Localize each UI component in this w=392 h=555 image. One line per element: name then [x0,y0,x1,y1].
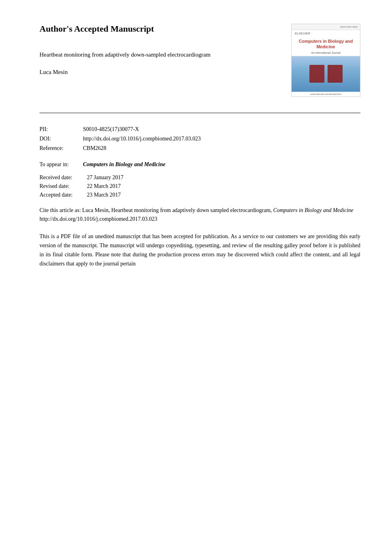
cite-prefix: Cite this article as: Luca Mesin, Heartb… [40,207,272,213]
cover-subtitle: An International Journal [292,51,360,56]
article-title: Heartbeat monitoring from adaptively dow… [40,50,279,59]
appear-in-label: To appear in: [40,160,83,169]
cover-image-area [292,56,360,92]
reference-row: Reference: CBM2628 [40,144,360,152]
manuscript-page: Author's Accepted Manuscript Heartbeat m… [0,0,392,555]
received-date-label: Received date: [40,173,87,182]
header-left: Author's Accepted Manuscript Heartbeat m… [40,24,291,76]
divider [40,113,360,113]
dates-section: Received date: 27 January 2017 Revised d… [40,173,360,200]
doi-label: DOI: [40,134,83,143]
pii-value: S0010-4825(17)30077-X [83,125,360,133]
cover-top-bar: ISSN 0010-4825 [292,24,360,30]
cover-icon-2 [328,65,343,83]
page-title: Author's Accepted Manuscript [40,24,279,34]
cover-url: www.elsevier.com/locate/cbm [292,92,360,97]
pii-row: PII: S0010-4825(17)30077-X [40,125,360,133]
abstract-section: This is a PDF file of an unedited manusc… [40,232,360,268]
cover-journal-title: Computers in Biology and Medicine [292,36,360,51]
cover-icon-1 [309,65,324,83]
cite-suffix: http://dx.doi.org/10.1016/j.compbiomed.2… [40,216,157,222]
cite-journal: Computers in Biology and Medicine [273,207,353,213]
received-date-row: Received date: 27 January 2017 [40,173,360,182]
accepted-date-value: 23 March 2017 [87,191,121,199]
reference-value: CBM2628 [83,144,360,152]
doi-row: DOI: http://dx.doi.org/10.1016/j.compbio… [40,134,360,143]
header-section: Author's Accepted Manuscript Heartbeat m… [40,24,360,97]
cite-section: Cite this article as: Luca Mesin, Heartb… [40,206,360,224]
revised-date-value: 22 March 2017 [87,182,121,191]
accepted-date-label: Accepted date: [40,191,87,199]
pii-label: PII: [40,125,83,133]
accepted-date-row: Accepted date: 23 March 2017 [40,191,360,199]
revised-date-row: Revised date: 22 March 2017 [40,182,360,191]
author-name: Luca Mesin [40,69,279,76]
received-date-value: 27 January 2017 [87,173,124,182]
metadata-section: PII: S0010-4825(17)30077-X DOI: http://d… [40,125,360,152]
journal-cover: ISSN 0010-4825 ELSEVIER Computers in Bio… [291,24,360,97]
appear-in-value: Computers in Biology and Medicine [83,160,165,169]
doi-value: http://dx.doi.org/10.1016/j.compbiomed.2… [83,134,360,143]
appear-in-row: To appear in: Computers in Biology and M… [40,160,360,169]
cover-top-text: ISSN 0010-4825 [340,26,358,28]
cover-logo-area: ELSEVIER [292,30,360,36]
reference-label: Reference: [40,144,83,152]
elsevier-logo: ELSEVIER [295,32,310,35]
revised-date-label: Revised date: [40,182,87,191]
